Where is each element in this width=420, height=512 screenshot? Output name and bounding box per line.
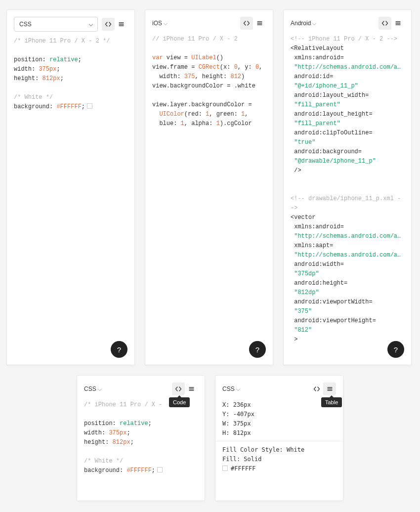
table-view-button[interactable] [323,383,336,395]
table-row: #FFFFFF [222,464,336,473]
table-view-button[interactable] [115,18,127,31]
language-label: Android [291,20,311,27]
chevron-down-icon [313,21,317,25]
table-row: Y: -407px [222,410,336,419]
view-toggle: Code [172,383,198,395]
language-select[interactable]: CSS [14,17,98,32]
code-icon [243,20,250,27]
panel-header: Android [284,10,411,35]
panel-header: CSS Code [77,376,205,400]
table-view-button[interactable] [391,17,404,30]
chevron-down-icon [98,387,102,391]
code-area: // iPhone 11 Pro / X - 2 var view = UILa… [145,35,273,365]
view-toggle: Table [310,383,336,395]
table-view-button[interactable] [185,383,198,395]
code-icon [175,385,182,392]
language-select[interactable]: CSS [222,385,241,392]
code-area: /* iPhone 11 Pro / X - position: relativ… [77,400,205,501]
list-icon [394,20,401,27]
code-view-button[interactable] [172,383,185,395]
code-view-button[interactable] [102,18,115,31]
chevron-down-icon [237,387,241,391]
table-area: X: 236px Y: -407px W: 375px H: 812px Fil… [215,400,343,478]
help-button[interactable]: ? [111,341,127,358]
chevron-down-icon [164,21,168,25]
code-view-button[interactable] [310,383,323,395]
language-select[interactable]: Android [291,20,317,27]
language-label: CSS [222,385,235,392]
color-swatch [222,466,228,471]
code-tooltip: Code [169,397,190,407]
ios-panel: iOS // iPhone 11 Pro / X - 2 var view = … [145,10,273,365]
view-toggle [240,17,266,30]
table-row: Fill: Solid [222,455,336,464]
language-select[interactable]: iOS [152,20,168,27]
code-icon [381,20,388,27]
table-view-button[interactable] [253,17,266,30]
css-code-panel: CSS Code /* iPhone 11 Pro / X - position… [77,376,205,501]
table-tooltip: Table [321,397,342,407]
code-icon [313,385,320,392]
color-swatch [87,103,92,109]
color-swatch [157,467,163,472]
language-label: CSS [19,21,32,28]
css-table-panel: CSS Table X: 236px Y: -407px W: 375px H:… [215,376,343,501]
language-label: CSS [84,385,96,392]
table-row: Fill Color Style: White [222,445,336,455]
code-area: <!-- iPhone 11 Pro / X - 2 --> <Relative… [284,35,411,365]
language-label: iOS [152,20,162,27]
chevron-down-icon [89,22,93,26]
code-area: /* iPhone 11 Pro / X - 2 */ position: re… [7,37,134,365]
question-icon: ? [255,345,259,354]
panel-header: CSS [7,10,134,37]
panel-header: iOS [145,10,273,35]
language-select[interactable]: CSS [84,385,102,392]
help-button[interactable]: ? [387,341,404,358]
help-button[interactable]: ? [249,341,266,358]
question-icon: ? [394,345,398,354]
list-icon [118,21,125,28]
view-toggle [378,17,404,30]
list-icon [326,385,333,392]
table-row: X: 236px [222,400,336,410]
question-icon: ? [117,345,121,354]
view-toggle [102,18,127,31]
table-row: W: 375px [222,419,336,428]
android-panel: Android <!-- iPhone 11 Pro / X - 2 --> <… [284,10,411,365]
list-icon [256,20,263,27]
list-icon [188,385,195,392]
divider [215,441,343,441]
code-view-button[interactable] [240,17,253,30]
panel-header: CSS Table [215,376,343,400]
table-row: H: 812px [222,428,336,438]
css-panel: CSS /* iPhone 11 Pro / X - 2 */ position… [7,10,134,365]
code-icon [105,21,112,28]
code-view-button[interactable] [378,17,391,30]
